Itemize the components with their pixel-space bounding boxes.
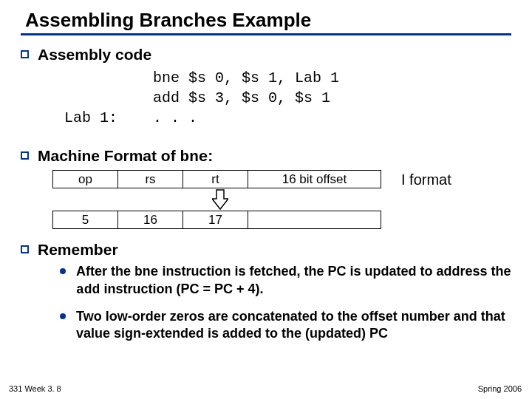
fmt-rt: rt — [183, 171, 248, 188]
svg-marker-0 — [212, 190, 228, 209]
section-remember: Remember After the bne instruction is fe… — [21, 241, 511, 352]
bullet-square-icon — [21, 151, 29, 160]
val-op: 5 — [53, 211, 118, 229]
fmt-rs: rs — [118, 171, 183, 188]
footer: 331 Week 3. 8 Spring 2006 — [9, 384, 522, 393]
bullet-square-icon — [21, 50, 29, 58]
page-title: Assembling Branches Example — [21, 9, 511, 35]
format-value-table: 5 16 17 — [52, 211, 381, 229]
fmt-op: op — [53, 171, 118, 188]
section-machine-format: Machine Format of bne: I format op rs rt… — [21, 147, 511, 232]
remember-item: After the bne instruction is fetched, th… — [60, 263, 511, 298]
down-arrow-icon — [212, 188, 228, 211]
remember-text-2: Two low-order zeros are concatenated to … — [76, 308, 511, 341]
val-rt: 17 — [183, 211, 248, 229]
bullet-dot-icon — [60, 268, 66, 274]
machine-heading-mono: bne — [180, 149, 208, 166]
remember-heading: Remember — [38, 241, 511, 259]
bullet-dot-icon — [60, 313, 66, 319]
machine-heading-suffix: : — [208, 147, 213, 164]
assembly-heading: Assembly code — [38, 46, 511, 64]
val-offset — [248, 211, 381, 229]
footer-right: Spring 2006 — [478, 384, 522, 393]
format-header-table: op rs rt 16 bit offset — [52, 170, 381, 188]
remember-item: Two low-order zeros are concatenated to … — [60, 308, 511, 341]
val-rs: 16 — [118, 211, 183, 229]
footer-left: 331 Week 3. 8 — [9, 384, 61, 393]
assembly-code-block: bne $s 0, $s 1, Lab 1 add $s 3, $s 0, $s… — [64, 68, 511, 128]
section-assembly: Assembly code bne $s 0, $s 1, Lab 1 add … — [21, 46, 511, 140]
remember-text-1: After the bne instruction is fetched, th… — [76, 263, 511, 298]
machine-heading: Machine Format of bne: — [38, 147, 511, 166]
bullet-square-icon — [21, 245, 29, 253]
i-format-label: I format — [401, 171, 451, 188]
machine-heading-prefix: Machine Format of — [38, 147, 180, 164]
fmt-offset: 16 bit offset — [248, 171, 381, 188]
